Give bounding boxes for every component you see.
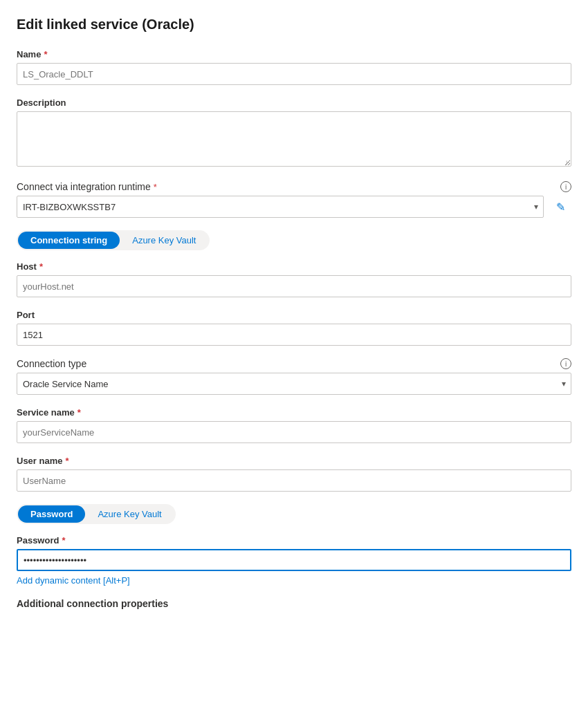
description-textarea[interactable] <box>17 111 571 167</box>
password-required-star: * <box>62 535 65 546</box>
description-label-row: Description <box>17 97 571 108</box>
connection-type-select-wrapper: Oracle Service Name ▾ <box>17 373 571 395</box>
password-field-group: Password * Add dynamic content [Alt+P] <box>17 535 571 586</box>
service-name-input[interactable] <box>17 421 571 443</box>
azure-key-vault-tab[interactable]: Azure Key Vault <box>120 232 208 249</box>
connection-type-field-group: Connection type i Oracle Service Name ▾ <box>17 358 571 395</box>
name-input[interactable] <box>17 63 571 85</box>
port-label: Port <box>17 310 35 320</box>
runtime-label: Connect via integration runtime <box>17 181 151 192</box>
runtime-label-row: Connect via integration runtime * i <box>17 181 571 192</box>
connection-type-info-icon[interactable]: i <box>560 358 571 369</box>
password-toggle-group: Password Azure Key Vault <box>17 504 176 524</box>
username-field-group: User name * <box>17 456 571 492</box>
host-required-star: * <box>39 261 43 272</box>
runtime-select[interactable]: IRT-BIZBOXWKSSTB7 <box>17 196 544 218</box>
username-label: User name <box>17 456 62 466</box>
host-label-row: Host * <box>17 261 571 272</box>
connection-type-select[interactable]: Oracle Service Name <box>17 373 571 395</box>
pencil-icon: ✎ <box>556 201 565 214</box>
connection-type-label-row: Connection type i <box>17 358 571 369</box>
service-name-required-star: * <box>77 407 81 418</box>
service-name-label: Service name <box>17 407 75 418</box>
name-field-group: Name * <box>17 49 571 85</box>
runtime-select-wrapper: IRT-BIZBOXWKSSTB7 ▾ <box>17 196 544 218</box>
name-label-row: Name * <box>17 49 571 59</box>
username-required-star: * <box>65 456 68 466</box>
username-input[interactable] <box>17 469 571 492</box>
port-input[interactable] <box>17 324 571 346</box>
name-required-star: * <box>44 49 47 59</box>
password-azure-key-vault-tab[interactable]: Azure Key Vault <box>85 505 174 523</box>
host-field-group: Host * <box>17 261 571 297</box>
port-field-group: Port <box>17 310 571 346</box>
description-label: Description <box>17 97 66 108</box>
runtime-required-star: * <box>154 182 157 192</box>
add-dynamic-content-link[interactable]: Add dynamic content [Alt+P] <box>17 575 130 586</box>
name-label: Name <box>17 49 41 59</box>
form-container: Edit linked service (Oracle) Name * Desc… <box>0 0 588 638</box>
connection-string-tab[interactable]: Connection string <box>18 232 120 249</box>
runtime-edit-button[interactable]: ✎ <box>549 196 571 218</box>
password-label-row: Password * <box>17 535 571 546</box>
port-label-row: Port <box>17 310 571 320</box>
runtime-field-group: Connect via integration runtime * i IRT-… <box>17 181 571 218</box>
runtime-input-row: IRT-BIZBOXWKSSTB7 ▾ ✎ <box>17 196 571 218</box>
service-name-label-row: Service name * <box>17 407 571 418</box>
additional-props-group: Additional connection properties <box>17 598 571 609</box>
password-input[interactable] <box>17 549 571 571</box>
host-input[interactable] <box>17 275 571 297</box>
additional-props-heading: Additional connection properties <box>17 598 571 609</box>
username-label-row: User name * <box>17 456 571 466</box>
connection-toggle-group: Connection string Azure Key Vault <box>17 230 210 250</box>
connection-type-label: Connection type <box>17 358 86 369</box>
runtime-info-icon[interactable]: i <box>560 181 571 192</box>
host-label: Host <box>17 261 37 272</box>
password-label: Password <box>17 535 59 546</box>
resize-handle-icon: ⠿ <box>565 160 570 167</box>
page-title: Edit linked service (Oracle) <box>17 17 571 32</box>
password-tab[interactable]: Password <box>18 505 85 523</box>
description-field-group: Description ⠿ <box>17 97 571 169</box>
description-textarea-wrapper: ⠿ <box>17 111 571 169</box>
service-name-field-group: Service name * <box>17 407 571 443</box>
